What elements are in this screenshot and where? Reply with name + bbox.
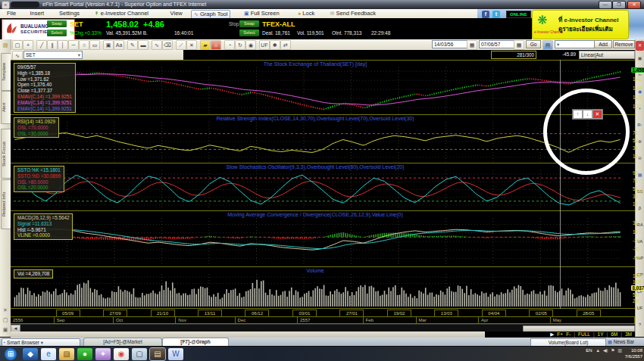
zoom-preset-1y[interactable]: 1Y bbox=[598, 331, 604, 337]
sidebar-tab-related-info[interactable]: Related Info bbox=[1, 179, 11, 229]
line-style-icon[interactable]: ▬ bbox=[138, 40, 148, 50]
refresh-icon[interactable]: ↻ bbox=[235, 40, 245, 50]
uf-icon[interactable]: UF bbox=[636, 303, 644, 313]
menu-item-insert[interactable]: Insert bbox=[27, 10, 46, 17]
rectangle-icon[interactable]: ▭ bbox=[89, 40, 100, 50]
speaker-icon[interactable]: ◀) bbox=[603, 348, 608, 353]
volume-panel[interactable]: Volume Vol =4,269,708 bbox=[11, 266, 635, 309]
set-select-button[interactable]: Select bbox=[47, 30, 67, 36]
set-symbol[interactable]: SET bbox=[70, 20, 83, 28]
add-button[interactable]: Add bbox=[594, 40, 612, 48]
line-app-icon[interactable]: ● bbox=[77, 348, 92, 360]
action-center-icon[interactable]: ▥ bbox=[617, 348, 622, 353]
tab-graph[interactable]: [F7]-@Graph bbox=[162, 338, 229, 346]
menu-item-send-feedback[interactable]: ✉Send Feedback bbox=[328, 10, 378, 17]
uf-icon[interactable]: UF bbox=[259, 40, 270, 50]
set-swap-button[interactable]: Swap bbox=[47, 20, 67, 27]
dock-rail-icon[interactable]: ▣ bbox=[1, 325, 10, 334]
rsi-plot[interactable] bbox=[14, 115, 621, 163]
macd-plot[interactable] bbox=[14, 211, 621, 267]
close-rail-icon[interactable]: ✕ bbox=[1, 306, 10, 314]
menu-item-file[interactable]: File bbox=[5, 10, 18, 17]
efin-trade-app-icon[interactable]: ▤ bbox=[150, 348, 165, 360]
start-orb-icon[interactable]: ⊞ bbox=[5, 348, 17, 360]
tab-market[interactable]: [Ad+F5]-@Market bbox=[83, 338, 162, 346]
date-to-input[interactable]: 07/06/57 bbox=[479, 40, 515, 48]
history-icon[interactable]: ◔ bbox=[224, 40, 235, 50]
date-from-input[interactable]: 14/03/56 bbox=[432, 40, 468, 48]
zoom-preset-full[interactable]: FULL bbox=[578, 331, 590, 337]
pointer-icon[interactable]: ▢ bbox=[12, 40, 23, 50]
image-icon[interactable]: ▣ bbox=[103, 40, 114, 50]
file-explorer-icon[interactable]: ▨ bbox=[59, 348, 74, 360]
close-overlay-button[interactable]: ✕ bbox=[592, 110, 602, 119]
network-icon[interactable]: ⚑ bbox=[611, 348, 614, 353]
sidebar-tab-template[interactable]: Template bbox=[1, 53, 11, 91]
stochastics-panel[interactable]: Slow Stochastics Oscillator(9,3,3),Overb… bbox=[11, 163, 635, 211]
macd-panel[interactable]: Moving Average Convergence / Divergence(… bbox=[11, 210, 635, 267]
tray-expand-icon[interactable]: ▲ bbox=[596, 348, 600, 353]
trend-line-icon[interactable]: ╱ bbox=[36, 40, 47, 50]
globe-icon[interactable]: ◉ bbox=[245, 40, 256, 50]
scroll-down-button[interactable]: ↓ bbox=[583, 110, 592, 119]
calendar-to-icon[interactable]: ▦ bbox=[514, 40, 524, 50]
horizontal-line-icon[interactable]: ─ bbox=[68, 40, 79, 50]
ellipse-icon[interactable]: ○ bbox=[79, 40, 89, 50]
zoom-preset-6m[interactable]: 6M bbox=[611, 331, 617, 337]
smart-portal-app-icon[interactable]: ◆ bbox=[23, 348, 38, 360]
restore-rail-icon[interactable]: ▢ bbox=[1, 316, 10, 324]
zoom-preset-fminus[interactable]: F- bbox=[566, 331, 571, 337]
template-folder-icon[interactable]: ▨ bbox=[1, 42, 10, 48]
rsi-panel[interactable]: Relative Strength Index(CLOSE,14,30,70),… bbox=[11, 114, 635, 163]
word-app-icon[interactable]: W bbox=[168, 348, 183, 360]
eraser-icon[interactable]: ⌫ bbox=[162, 40, 173, 50]
play-forward-button[interactable]: ▶ bbox=[550, 331, 554, 337]
crosshair-icon[interactable]: + bbox=[23, 40, 33, 50]
sidebar-tab-stock-focus[interactable]: Stock Focus bbox=[1, 129, 11, 179]
scale-selector[interactable]: Linear(Aut bbox=[579, 51, 635, 59]
buy-sell-icon[interactable]: ⌂ bbox=[211, 40, 221, 50]
menu-item-lock[interactable]: ●Lock bbox=[295, 10, 317, 17]
facebook-icon[interactable]: f bbox=[482, 11, 489, 18]
minimize-button[interactable]: — bbox=[599, 1, 612, 9]
tfex-select-button[interactable]: Select bbox=[239, 30, 259, 36]
chrome-icon[interactable]: ◉ bbox=[114, 348, 129, 360]
pen-icon[interactable]: ✎ bbox=[127, 40, 138, 50]
calendar-from-icon[interactable]: ▦ bbox=[467, 40, 477, 50]
zoom-preset-fplus[interactable]: F+ bbox=[557, 331, 563, 337]
menu-item-settings[interactable]: Settings bbox=[57, 10, 82, 17]
snipping-tool-icon[interactable]: ▢ bbox=[132, 348, 147, 360]
delete-icon[interactable]: ✕ bbox=[186, 40, 197, 50]
go-button[interactable]: Go bbox=[526, 40, 541, 48]
help-icon[interactable]: ? bbox=[636, 320, 644, 330]
favorite-icon[interactable]: ▤ bbox=[542, 40, 553, 50]
sidebar-tab-alert[interactable]: Alert bbox=[1, 91, 11, 124]
scroll-up-button[interactable]: ↑ bbox=[573, 110, 583, 119]
vertical-line-icon[interactable]: │ bbox=[58, 40, 68, 50]
text-icon[interactable]: Aa bbox=[114, 40, 124, 50]
chart-type-icon[interactable]: ▣ bbox=[636, 54, 644, 64]
zoom-preset-3m[interactable]: 3M bbox=[625, 331, 632, 337]
e-investor-banner[interactable]: ❋ e-Investor Channel ที่ e-Investor Chan… bbox=[532, 10, 629, 39]
volume-plot[interactable] bbox=[14, 267, 621, 309]
symbol-favorites-combobox[interactable]: ▾ bbox=[555, 40, 596, 48]
photo-app-icon[interactable]: ✦ bbox=[95, 348, 111, 360]
symbol-combobox[interactable]: SET▾ bbox=[23, 51, 83, 59]
price-panel[interactable]: The Stock Exchange of Thailand(SET) [day… bbox=[11, 60, 635, 115]
pan-arrows-icon[interactable]: ⇄ bbox=[280, 40, 291, 50]
taskbar-clock[interactable]: 10:08 7/6/2557 bbox=[625, 347, 642, 359]
price-plot[interactable] bbox=[14, 61, 621, 115]
indicator-icon[interactable]: ∿ bbox=[152, 40, 162, 50]
menu-item-full-screen[interactable]: ▣Full Screen bbox=[242, 10, 282, 17]
stochastics-plot[interactable] bbox=[14, 163, 621, 211]
close-chart-icon[interactable]: ✕ bbox=[636, 41, 644, 51]
maximize-button[interactable]: ❐ bbox=[612, 1, 626, 9]
twitter-icon[interactable]: t bbox=[492, 11, 500, 18]
figure-icon[interactable]: ⟋ bbox=[176, 40, 186, 50]
highlighter-icon[interactable]: ▰ bbox=[200, 40, 211, 50]
news-bar-toggle[interactable]: ▦ News Bar bbox=[608, 338, 642, 345]
menu-item-e-investor-channel[interactable]: ↟e-Investor Channel bbox=[92, 10, 151, 17]
internet-explorer-icon[interactable]: e bbox=[41, 348, 56, 360]
tfex-symbol[interactable]: TFEX-ALL bbox=[262, 20, 295, 28]
system-tray[interactable]: EN ▲ ◀) ⚑ ▥ 10:08 7/6/2557 bbox=[586, 347, 642, 359]
